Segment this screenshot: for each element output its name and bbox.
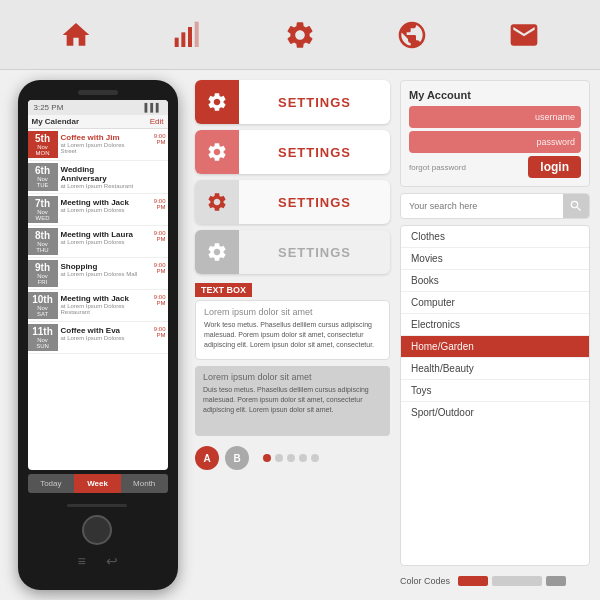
password-label: password (536, 137, 575, 147)
search-bar (400, 193, 590, 219)
phone-home-btn[interactable] (82, 515, 112, 545)
nav-week[interactable]: Week (74, 474, 121, 493)
settings-btn-2[interactable]: SETTINGS (195, 180, 390, 224)
text-box-label: TEXT BOX (195, 283, 252, 297)
gray-placeholder: Lorem ipsum dolor sit amet (203, 372, 382, 382)
white-body: Work teso metus. Phasellus dellilem curs… (204, 320, 381, 349)
search-icon (569, 199, 583, 213)
nav-today[interactable]: Today (28, 474, 75, 493)
dot-indicators (263, 454, 319, 462)
mail-icon[interactable] (499, 10, 549, 60)
calendar-title: My Calendar (32, 117, 80, 126)
globe-icon[interactable] (387, 10, 437, 60)
phone-indicator (67, 504, 127, 507)
svg-rect-3 (195, 21, 199, 46)
phone-speaker (78, 90, 118, 95)
color-codes: Color Codes (400, 572, 590, 590)
category-movies[interactable]: Movies (401, 248, 589, 270)
settings-btn-icon-1 (195, 130, 239, 174)
edit-label[interactable]: Edit (150, 117, 164, 126)
phone-time: 3:25 PM (34, 103, 64, 112)
category-list: Clothes Movies Books Computer Electronic… (400, 225, 590, 566)
phone-nav-bar: Today Week Month (28, 474, 168, 493)
dot-2 (275, 454, 283, 462)
tabs-ab: A B (195, 446, 390, 470)
settings-btn-label-2: SETTINGS (239, 195, 390, 210)
home-icon[interactable] (51, 10, 101, 60)
color-codes-label: Color Codes (400, 576, 450, 586)
color-bar-red (458, 576, 488, 586)
white-placeholder: Lorem ipsum dolor sit amet (204, 307, 381, 317)
my-account-title: My Account (409, 89, 581, 101)
text-box-section: TEXT BOX Lorem ipsum dolor sit amet Work… (195, 282, 390, 360)
category-clothes[interactable]: Clothes (401, 226, 589, 248)
phone-menu-icon[interactable]: ≡ (77, 553, 85, 569)
color-bar-dark (546, 576, 566, 586)
settings-icon[interactable] (275, 10, 325, 60)
top-bar (0, 0, 600, 70)
category-home-garden[interactable]: Home/Garden (401, 336, 589, 358)
password-field[interactable]: password (409, 131, 581, 153)
search-input[interactable] (401, 201, 563, 211)
phone-signal: ▌▌▌ (144, 103, 161, 112)
settings-btn-label-1: SETTINGS (239, 145, 390, 160)
svg-rect-0 (175, 37, 179, 46)
tab-a[interactable]: A (195, 446, 219, 470)
category-books[interactable]: Books (401, 270, 589, 292)
calendar-item-1[interactable]: 6th Nov TUE Wedding Anniversary at Lorem… (28, 161, 168, 194)
color-bar-gray (492, 576, 542, 586)
category-electronics[interactable]: Electronics (401, 314, 589, 336)
svg-rect-1 (181, 32, 185, 47)
settings-btn-0[interactable]: SETTINGS (195, 80, 390, 124)
main-content: 3:25 PM ▌▌▌ My Calendar Edit 5th Nov MON… (0, 70, 600, 600)
calendar-item-2[interactable]: 7th Nov WED Meeting with Jack at Lorem I… (28, 194, 168, 226)
middle-section: SETTINGS SETTINGS SETTINGS SETTINGS TEXT… (195, 80, 390, 590)
settings-btn-label-3: SETTINGS (239, 245, 390, 260)
nav-month[interactable]: Month (121, 474, 168, 493)
phone-container: 3:25 PM ▌▌▌ My Calendar Edit 5th Nov MON… (10, 80, 185, 590)
text-box-gray[interactable]: Lorem ipsum dolor sit amet Duis teso met… (195, 366, 390, 436)
signal-icon[interactable] (163, 10, 213, 60)
phone: 3:25 PM ▌▌▌ My Calendar Edit 5th Nov MON… (18, 80, 178, 590)
tab-b[interactable]: B (225, 446, 249, 470)
login-button[interactable]: login (528, 156, 581, 178)
category-health-beauty[interactable]: Health/Beauty (401, 358, 589, 380)
username-label: username (535, 112, 575, 122)
calendar-item-5[interactable]: 10th Nov SAT Meeting with Jack at Lorem … (28, 290, 168, 322)
phone-bottom: ≡ ↩ (67, 493, 127, 580)
gray-body: Duis teso metus. Phasellus dellilem curs… (203, 385, 382, 414)
settings-btn-3[interactable]: SETTINGS (195, 230, 390, 274)
account-actions: forgot password login (409, 156, 581, 178)
search-button[interactable] (563, 193, 589, 219)
svg-rect-2 (188, 27, 192, 47)
phone-screen: 3:25 PM ▌▌▌ My Calendar Edit 5th Nov MON… (28, 100, 168, 470)
settings-btn-icon-2 (195, 180, 239, 224)
calendar-item-4[interactable]: 9th Nov FRI Shopping at Lorem Ipsum Dolo… (28, 258, 168, 290)
settings-btn-icon-3 (195, 230, 239, 274)
calendar-item-0[interactable]: 5th Nov MON Coffee with Jim at Lorem Ips… (28, 129, 168, 161)
right-section: My Account username password forgot pass… (400, 80, 590, 590)
settings-btn-icon-0 (195, 80, 239, 124)
my-account: My Account username password forgot pass… (400, 80, 590, 187)
username-field[interactable]: username (409, 106, 581, 128)
calendar-item-3[interactable]: 8th Nov THU Meeting with Laura at Lorem … (28, 226, 168, 258)
forgot-password-link[interactable]: forgot password (409, 163, 466, 172)
settings-btn-1[interactable]: SETTINGS (195, 130, 390, 174)
phone-screen-header: 3:25 PM ▌▌▌ (28, 100, 168, 115)
phone-back-icon[interactable]: ↩ (106, 553, 118, 569)
dot-4 (299, 454, 307, 462)
dot-3 (287, 454, 295, 462)
text-box-white[interactable]: Lorem ipsum dolor sit amet Work teso met… (195, 300, 390, 360)
settings-btn-label-0: SETTINGS (239, 95, 390, 110)
dot-1 (263, 454, 271, 462)
category-computer[interactable]: Computer (401, 292, 589, 314)
calendar-item-6[interactable]: 11th Nov SUN Coffee with Eva at Lorem Ip… (28, 322, 168, 354)
dot-5 (311, 454, 319, 462)
category-sport-outdoor[interactable]: Sport/Outdoor (401, 402, 589, 423)
category-toys[interactable]: Toys (401, 380, 589, 402)
